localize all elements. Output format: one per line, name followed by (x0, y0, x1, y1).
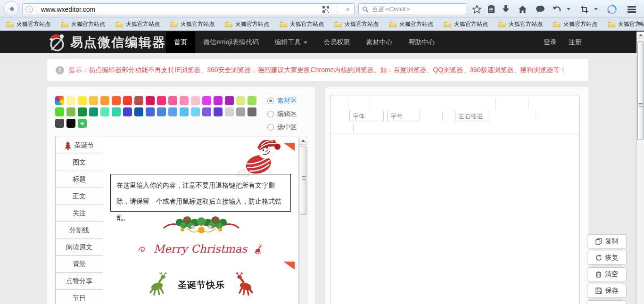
url-text[interactable]: www.wxeditor.com (41, 6, 322, 13)
color-swatch[interactable] (66, 107, 75, 116)
site-info-icon[interactable]: i (25, 6, 33, 13)
copy-button[interactable]: 复制 (587, 234, 627, 248)
snowman-image[interactable] (222, 140, 293, 177)
font-size-input[interactable] (387, 111, 420, 121)
scrollbar-thumb[interactable] (300, 147, 306, 215)
register-link[interactable]: 注册 (569, 32, 582, 53)
color-swatch[interactable] (168, 96, 177, 105)
color-swatch[interactable] (78, 96, 87, 105)
site-logo[interactable]: 易点微信编辑器 (47, 32, 166, 53)
category-item[interactable]: 阅读原文 (56, 239, 103, 256)
bookmark-item[interactable]: 火狐官方站点 (384, 19, 438, 30)
color-swatch[interactable] (146, 96, 155, 105)
category-item[interactable]: 节日 (56, 290, 103, 304)
color-swatch[interactable] (66, 119, 75, 128)
color-swatch[interactable] (123, 107, 132, 116)
url-bar[interactable]: i www.wxeditor.com × (22, 3, 355, 15)
christmas-garland-image[interactable] (161, 214, 242, 238)
color-swatch[interactable] (112, 107, 121, 116)
area-radio[interactable]: 素材区 (267, 97, 297, 105)
crop-dropdown-button[interactable] (592, 3, 600, 16)
color-swatch[interactable] (236, 107, 245, 116)
christmas-greeting-banner[interactable]: 圣诞节快乐 (103, 270, 299, 300)
reading-list-button[interactable] (485, 3, 497, 16)
bookmark-item[interactable]: 火狐官方站点 (165, 19, 220, 30)
color-swatch[interactable] (248, 96, 256, 105)
restore-button[interactable]: 恢复 (587, 251, 627, 265)
color-swatch[interactable] (214, 96, 223, 105)
color-swatch[interactable] (78, 107, 87, 116)
color-swatch[interactable] (66, 96, 75, 105)
bookmark-item[interactable]: 火狐官方站点 (110, 19, 165, 30)
template-text-box[interactable]: 在这里输入你的内容，注意不要用退格键把所有文字删除，请保留一个或者用鼠标选取后直… (110, 174, 291, 212)
color-swatch[interactable] (248, 107, 256, 116)
color-swatch[interactable] (202, 107, 211, 116)
category-item[interactable]: 正文 (56, 188, 103, 205)
category-item[interactable]: 标题 (56, 171, 103, 188)
color-swatch[interactable] (236, 96, 245, 105)
add-color-button[interactable]: + (78, 119, 87, 128)
color-swatch[interactable] (191, 96, 200, 105)
bookmark-star-button[interactable] (471, 3, 483, 16)
scroll-up-button[interactable] (299, 137, 307, 145)
color-swatch[interactable] (89, 96, 98, 105)
color-swatch[interactable] (225, 96, 234, 105)
color-swatch[interactable] (55, 119, 64, 128)
color-swatch[interactable] (112, 96, 121, 105)
area-radio[interactable]: 编辑区 (267, 110, 297, 118)
color-swatch[interactable] (100, 107, 109, 116)
color-swatch[interactable] (191, 107, 200, 116)
qr-code-icon[interactable] (322, 6, 330, 13)
editor-content[interactable] (330, 133, 579, 304)
chat-bubble-button[interactable] (534, 3, 546, 16)
bookmark-item[interactable]: 火狐官方站点 (493, 19, 548, 30)
color-swatch[interactable] (123, 96, 132, 105)
material-scrollbar[interactable] (299, 137, 307, 304)
back-button[interactable] (3, 1, 19, 16)
menu-button[interactable] (625, 3, 638, 16)
indent-input[interactable] (455, 111, 489, 121)
bookmark-item[interactable]: 火狐官方站点 (274, 19, 329, 30)
page-scrollbar[interactable] (636, 32, 644, 304)
category-item[interactable]: 背景 (56, 256, 103, 273)
undo-button[interactable] (550, 3, 563, 16)
rainbow-swatch[interactable] (55, 96, 64, 105)
scroll-up-button[interactable] (637, 32, 644, 39)
bookmark-item[interactable]: 火狐官方站点 (438, 19, 493, 30)
stop-load-icon[interactable]: × (344, 6, 351, 13)
merry-christmas-banner[interactable]: Merry Christmas (103, 243, 299, 256)
nav-item[interactable]: 帮助中心 (400, 32, 443, 53)
scrollbar-thumb[interactable] (637, 41, 644, 140)
nav-item[interactable]: 编辑工具 (266, 32, 315, 53)
bookmark-item[interactable]: 火狐官方站点 (1, 19, 56, 30)
category-item[interactable]: 图文 (56, 154, 103, 171)
extension-logo-icon[interactable] (605, 3, 618, 16)
search-bar[interactable]: 百度 <Ctrl+K> (358, 3, 466, 15)
bookmark-item[interactable]: 火狐官方站点 (329, 19, 384, 30)
nav-item[interactable]: 会员权限 (315, 32, 358, 53)
bookmarks-overflow-button[interactable]: » (638, 19, 642, 27)
home-button[interactable] (516, 3, 529, 16)
category-item[interactable]: 关注 (56, 205, 103, 222)
color-swatch[interactable] (157, 107, 166, 116)
save-button[interactable]: 保存 (587, 284, 627, 298)
crop-tool-button[interactable] (578, 3, 591, 16)
color-swatch[interactable] (168, 107, 177, 116)
color-swatch[interactable] (225, 107, 234, 116)
color-swatch[interactable] (157, 96, 166, 105)
nav-item[interactable]: 素材中心 (358, 32, 400, 53)
color-swatch[interactable] (180, 107, 189, 116)
color-swatch[interactable] (134, 107, 143, 116)
nav-item[interactable]: 首页 (166, 32, 195, 53)
login-link[interactable]: 登录 (544, 32, 557, 53)
color-swatch[interactable] (55, 107, 64, 116)
color-swatch[interactable] (100, 96, 109, 105)
color-swatch[interactable] (134, 96, 143, 105)
nav-item[interactable]: 微信emoji表情代码 (195, 32, 266, 53)
editor-box[interactable] (330, 96, 580, 304)
clear-button[interactable]: 清空 (587, 267, 627, 281)
color-swatch[interactable] (180, 96, 189, 105)
color-swatch[interactable] (214, 107, 223, 116)
font-family-input[interactable] (349, 111, 384, 121)
color-swatch[interactable] (146, 107, 155, 116)
